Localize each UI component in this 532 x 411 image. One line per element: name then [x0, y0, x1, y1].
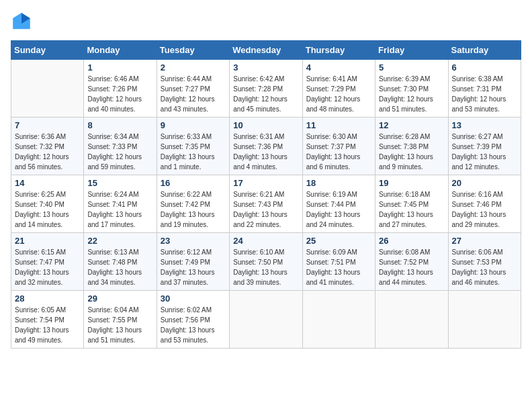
- calendar-cell: [375, 291, 448, 349]
- day-number: 7: [15, 120, 80, 130]
- calendar-week-2: 7Sunrise: 6:36 AMSunset: 7:32 PMDaylight…: [11, 118, 521, 175]
- day-number: 28: [15, 293, 80, 304]
- day-number: 29: [87, 293, 152, 304]
- calendar-cell: [448, 291, 521, 349]
- day-info: Sunrise: 6:33 AMSunset: 7:35 PMDaylight:…: [161, 132, 226, 172]
- day-info: Sunrise: 6:39 AMSunset: 7:30 PMDaylight:…: [379, 74, 444, 114]
- calendar-cell: 18Sunrise: 6:19 AMSunset: 7:44 PMDayligh…: [302, 175, 375, 233]
- day-number: 21: [15, 236, 80, 246]
- calendar-cell: 20Sunrise: 6:16 AMSunset: 7:46 PMDayligh…: [448, 175, 521, 233]
- day-info: Sunrise: 6:28 AMSunset: 7:38 PMDaylight:…: [379, 132, 444, 172]
- weekday-friday: Friday: [375, 41, 448, 60]
- calendar-cell: 14Sunrise: 6:25 AMSunset: 7:40 PMDayligh…: [11, 175, 84, 233]
- day-info: Sunrise: 6:06 AMSunset: 7:53 PMDaylight:…: [452, 247, 517, 287]
- day-number: 10: [233, 120, 298, 130]
- day-info: Sunrise: 6:09 AMSunset: 7:51 PMDaylight:…: [306, 247, 371, 287]
- calendar-cell: 15Sunrise: 6:24 AMSunset: 7:41 PMDayligh…: [84, 175, 157, 233]
- day-number: 5: [379, 62, 444, 73]
- day-info: Sunrise: 6:46 AMSunset: 7:26 PMDaylight:…: [87, 74, 152, 114]
- calendar-cell: 9Sunrise: 6:33 AMSunset: 7:35 PMDaylight…: [157, 118, 229, 175]
- day-info: Sunrise: 6:27 AMSunset: 7:39 PMDaylight:…: [452, 132, 517, 172]
- day-number: 30: [161, 293, 226, 304]
- weekday-thursday: Thursday: [302, 41, 375, 60]
- day-info: Sunrise: 6:21 AMSunset: 7:43 PMDaylight:…: [233, 189, 298, 230]
- day-number: 13: [452, 120, 517, 130]
- calendar-body: 1Sunrise: 6:46 AMSunset: 7:26 PMDaylight…: [11, 60, 521, 349]
- calendar-cell: 4Sunrise: 6:41 AMSunset: 7:29 PMDaylight…: [302, 60, 375, 118]
- day-info: Sunrise: 6:30 AMSunset: 7:37 PMDaylight:…: [306, 132, 371, 172]
- calendar-cell: [11, 60, 84, 118]
- day-info: Sunrise: 6:10 AMSunset: 7:50 PMDaylight:…: [233, 247, 298, 287]
- calendar-cell: 29Sunrise: 6:04 AMSunset: 7:55 PMDayligh…: [84, 291, 157, 349]
- day-number: 23: [161, 236, 226, 246]
- day-info: Sunrise: 6:05 AMSunset: 7:54 PMDaylight:…: [15, 305, 80, 345]
- day-number: 6: [452, 62, 517, 73]
- weekday-wednesday: Wednesday: [230, 41, 302, 60]
- day-number: 22: [87, 236, 152, 246]
- calendar-week-3: 14Sunrise: 6:25 AMSunset: 7:40 PMDayligh…: [11, 175, 521, 233]
- day-info: Sunrise: 6:22 AMSunset: 7:42 PMDaylight:…: [161, 189, 226, 230]
- calendar-cell: [302, 291, 375, 349]
- day-info: Sunrise: 6:25 AMSunset: 7:40 PMDaylight:…: [15, 189, 80, 230]
- calendar-cell: 11Sunrise: 6:30 AMSunset: 7:37 PMDayligh…: [302, 118, 375, 175]
- day-info: Sunrise: 6:44 AMSunset: 7:27 PMDaylight:…: [161, 74, 226, 114]
- day-number: 2: [161, 62, 226, 73]
- day-number: 17: [233, 178, 298, 188]
- calendar-cell: 17Sunrise: 6:21 AMSunset: 7:43 PMDayligh…: [230, 175, 302, 233]
- day-number: 9: [161, 120, 226, 130]
- day-number: 16: [161, 178, 226, 188]
- day-number: 15: [87, 178, 152, 188]
- calendar-cell: 23Sunrise: 6:12 AMSunset: 7:49 PMDayligh…: [157, 233, 229, 291]
- calendar-week-1: 1Sunrise: 6:46 AMSunset: 7:26 PMDaylight…: [11, 60, 521, 118]
- day-number: 19: [379, 178, 444, 188]
- day-number: 20: [452, 178, 517, 188]
- day-info: Sunrise: 6:24 AMSunset: 7:41 PMDaylight:…: [87, 189, 152, 230]
- calendar-cell: 10Sunrise: 6:31 AMSunset: 7:36 PMDayligh…: [230, 118, 302, 175]
- day-info: Sunrise: 6:18 AMSunset: 7:45 PMDaylight:…: [379, 189, 444, 230]
- calendar-cell: 8Sunrise: 6:34 AMSunset: 7:33 PMDaylight…: [84, 118, 157, 175]
- calendar-cell: 28Sunrise: 6:05 AMSunset: 7:54 PMDayligh…: [11, 291, 84, 349]
- calendar-cell: 1Sunrise: 6:46 AMSunset: 7:26 PMDaylight…: [84, 60, 157, 118]
- day-number: 24: [233, 236, 298, 246]
- calendar-cell: 12Sunrise: 6:28 AMSunset: 7:38 PMDayligh…: [375, 118, 448, 175]
- calendar-cell: 16Sunrise: 6:22 AMSunset: 7:42 PMDayligh…: [157, 175, 229, 233]
- day-number: 8: [87, 120, 152, 130]
- logo-icon: [11, 11, 32, 32]
- calendar-cell: 5Sunrise: 6:39 AMSunset: 7:30 PMDaylight…: [375, 60, 448, 118]
- day-number: 14: [15, 178, 80, 188]
- day-info: Sunrise: 6:13 AMSunset: 7:48 PMDaylight:…: [87, 247, 152, 287]
- day-number: 1: [87, 62, 152, 73]
- calendar-cell: 30Sunrise: 6:02 AMSunset: 7:56 PMDayligh…: [157, 291, 229, 349]
- calendar-week-4: 21Sunrise: 6:15 AMSunset: 7:47 PMDayligh…: [11, 233, 521, 291]
- calendar-week-5: 28Sunrise: 6:05 AMSunset: 7:54 PMDayligh…: [11, 291, 521, 349]
- calendar-cell: [230, 291, 302, 349]
- calendar-cell: 25Sunrise: 6:09 AMSunset: 7:51 PMDayligh…: [302, 233, 375, 291]
- calendar-cell: 3Sunrise: 6:42 AMSunset: 7:28 PMDaylight…: [230, 60, 302, 118]
- day-number: 26: [379, 236, 444, 246]
- calendar-table: SundayMondayTuesdayWednesdayThursdayFrid…: [11, 40, 521, 349]
- day-number: 27: [452, 236, 517, 246]
- calendar-cell: 6Sunrise: 6:38 AMSunset: 7:31 PMDaylight…: [448, 60, 521, 118]
- day-number: 18: [306, 178, 371, 188]
- day-number: 11: [306, 120, 371, 130]
- day-info: Sunrise: 6:41 AMSunset: 7:29 PMDaylight:…: [306, 74, 371, 114]
- day-info: Sunrise: 6:02 AMSunset: 7:56 PMDaylight:…: [161, 305, 226, 345]
- day-number: 3: [233, 62, 298, 73]
- page-header: [11, 11, 521, 32]
- weekday-sunday: Sunday: [11, 41, 84, 60]
- weekday-header-row: SundayMondayTuesdayWednesdayThursdayFrid…: [11, 41, 521, 60]
- calendar-cell: 19Sunrise: 6:18 AMSunset: 7:45 PMDayligh…: [375, 175, 448, 233]
- calendar-cell: 21Sunrise: 6:15 AMSunset: 7:47 PMDayligh…: [11, 233, 84, 291]
- calendar-cell: 13Sunrise: 6:27 AMSunset: 7:39 PMDayligh…: [448, 118, 521, 175]
- weekday-monday: Monday: [84, 41, 157, 60]
- day-info: Sunrise: 6:36 AMSunset: 7:32 PMDaylight:…: [15, 132, 80, 172]
- calendar-cell: 27Sunrise: 6:06 AMSunset: 7:53 PMDayligh…: [448, 233, 521, 291]
- day-info: Sunrise: 6:15 AMSunset: 7:47 PMDaylight:…: [15, 247, 80, 287]
- weekday-tuesday: Tuesday: [157, 41, 229, 60]
- calendar-cell: 2Sunrise: 6:44 AMSunset: 7:27 PMDaylight…: [157, 60, 229, 118]
- day-number: 4: [306, 62, 371, 73]
- day-info: Sunrise: 6:12 AMSunset: 7:49 PMDaylight:…: [161, 247, 226, 287]
- day-info: Sunrise: 6:42 AMSunset: 7:28 PMDaylight:…: [233, 74, 298, 114]
- day-info: Sunrise: 6:16 AMSunset: 7:46 PMDaylight:…: [452, 189, 517, 230]
- day-info: Sunrise: 6:19 AMSunset: 7:44 PMDaylight:…: [306, 189, 371, 230]
